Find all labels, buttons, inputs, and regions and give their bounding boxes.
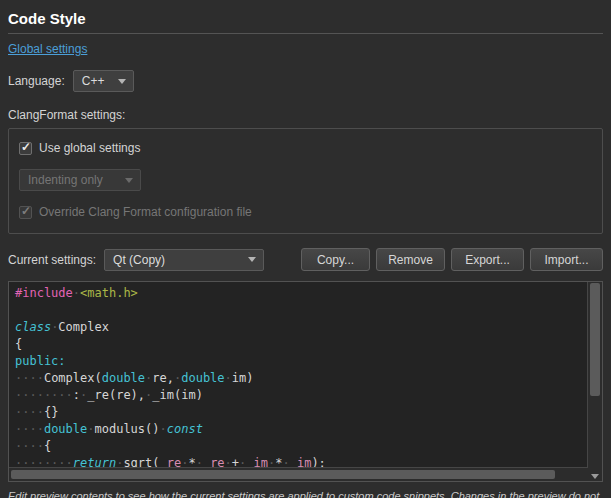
vertical-scrollbar[interactable] [587, 282, 602, 481]
current-settings-row: Current settings: Qt (Copy) Copy... Remo… [8, 248, 603, 271]
clangformat-groupbox: Use global settings Indenting only Overr… [8, 128, 603, 234]
checkbox-checked-icon [19, 206, 32, 219]
current-settings-select[interactable]: Qt (Copy) [104, 249, 264, 271]
language-select[interactable]: C++ [73, 70, 135, 92]
checkbox-checked-icon [19, 142, 32, 155]
clangformat-mode-value: Indenting only [28, 173, 103, 187]
language-row: Language: C++ [8, 70, 603, 92]
global-settings-link[interactable]: Global settings [8, 42, 87, 56]
override-clangformat-label: Override Clang Format configuration file [39, 205, 252, 219]
footer-note: Edit preview contents to see how the cur… [8, 489, 603, 498]
language-label: Language: [8, 74, 65, 88]
scroll-down-arrow-icon[interactable] [591, 474, 599, 479]
code-line: class·Complex [15, 319, 588, 336]
language-select-value: C++ [82, 74, 105, 88]
chevron-down-icon [248, 257, 256, 262]
chevron-down-icon [125, 178, 133, 183]
code-line: ····Complex(double·re,·double·im) [15, 370, 588, 387]
code-line: #include·<math.h> [15, 285, 588, 302]
page-title: Code Style [8, 10, 603, 27]
horizontal-scrollbar-thumb[interactable] [11, 470, 555, 479]
import-button[interactable]: Import... [530, 248, 603, 271]
code-editor-content[interactable]: #include·<math.h> class·Complex{public:·… [9, 282, 588, 468]
current-settings-label: Current settings: [8, 253, 96, 267]
code-line: ········:·_re(re),·_im(im) [15, 387, 588, 404]
export-button[interactable]: Export... [451, 248, 524, 271]
current-settings-value: Qt (Copy) [113, 253, 165, 267]
vertical-scrollbar-thumb[interactable] [590, 283, 600, 396]
code-line [15, 302, 588, 319]
copy-button[interactable]: Copy... [301, 248, 370, 271]
clangformat-settings-label: ClangFormat settings: [8, 108, 603, 122]
code-preview-editor[interactable]: #include·<math.h> class·Complex{public:·… [8, 281, 603, 482]
horizontal-scrollbar[interactable] [9, 467, 588, 481]
title-divider [8, 33, 603, 34]
code-style-panel: Code Style Global settings Language: C++… [0, 0, 611, 498]
remove-button[interactable]: Remove [376, 248, 445, 271]
override-clangformat-checkbox: Override Clang Format configuration file [19, 205, 592, 219]
chevron-down-icon [118, 79, 126, 84]
clangformat-mode-select: Indenting only [19, 169, 141, 191]
code-line: ····double·modulus()·const [15, 421, 588, 438]
code-line: { [15, 336, 588, 353]
code-line: ····{ [15, 438, 588, 455]
use-global-settings-checkbox[interactable]: Use global settings [19, 141, 592, 155]
code-line: ····{} [15, 404, 588, 421]
use-global-settings-label: Use global settings [39, 141, 140, 155]
code-line: public: [15, 353, 588, 370]
